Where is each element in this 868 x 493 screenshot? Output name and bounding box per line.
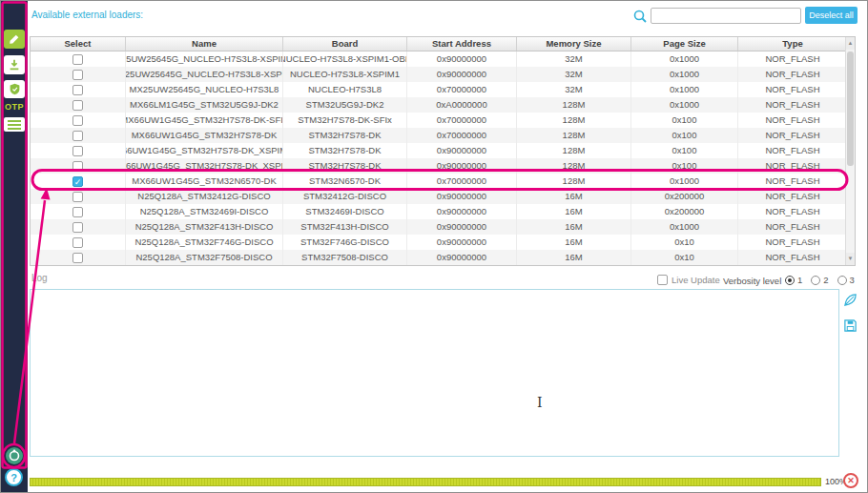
radio-button[interactable]: [837, 276, 847, 285]
table-row[interactable]: MX66UW1G45G_STM32H7S78-DK-SFIxSTM32H7S78…: [31, 113, 847, 128]
row-page-size: 0x100: [631, 128, 738, 143]
column-header-page-size[interactable]: Page Size: [631, 37, 738, 51]
radio-button[interactable]: [785, 276, 795, 285]
table-row[interactable]: N25Q128A_STM32F7508-DISCOSTM32F7508-DISC…: [31, 250, 847, 265]
row-memory-size: 16M: [517, 250, 631, 265]
table-row[interactable]: MX66LM1G45G_STM32U5G9J-DK2STM32U5G9J-DK2…: [31, 97, 847, 113]
row-type: NOR_FLASH: [738, 174, 847, 189]
row-page-size: 0x1000: [631, 219, 738, 235]
abort-button[interactable]: ✕: [843, 473, 858, 488]
row-page-size: 0x10: [631, 235, 738, 250]
table-row[interactable]: MX25UW25645G_NUCLEO-H7S3L8NUCLEO-H7S3L80…: [31, 82, 847, 97]
column-header-memory-size[interactable]: Memory Size: [517, 37, 631, 51]
table-row[interactable]: MX66UW1G45G_STM32H7S78-DK_XSPIM1STM32H7S…: [31, 158, 847, 174]
row-select-checkbox[interactable]: [72, 85, 83, 95]
radio-label: 1: [797, 275, 802, 285]
edit-pencil-icon[interactable]: [4, 30, 25, 49]
table-scrollbar[interactable]: ▲ ▼: [845, 37, 855, 265]
column-header-board[interactable]: Board: [283, 37, 407, 51]
table-row[interactable]: N25Q128A_STM32F746G-DISCOSTM32F746G-DISC…: [31, 235, 847, 250]
row-memory-size: 128M: [517, 174, 631, 189]
table-row[interactable]: MX25UW25645G_NUCLEO-H7S3L8-XSPIM1NUCLEO-…: [31, 67, 847, 82]
row-memory-size: 128M: [517, 128, 631, 143]
table-row[interactable]: MX25UW25645G_NUCLEO-H7S3L8-XSPIM1...NUCL…: [31, 51, 847, 67]
row-start-address: 0x70000000: [407, 174, 517, 189]
row-select-checkbox[interactable]: [72, 54, 83, 65]
row-select-checkbox[interactable]: [72, 131, 83, 141]
security-shield-icon[interactable]: [4, 80, 25, 98]
table-row[interactable]: N25Q128A_STM32412G-DISCOSTM32412G-DISCO0…: [31, 189, 847, 204]
row-type: NOR_FLASH: [738, 67, 847, 82]
row-name: N25Q128A_STM32412G-DISCO: [126, 189, 283, 204]
radio-button[interactable]: [811, 276, 820, 285]
row-select-checkbox[interactable]: [72, 207, 83, 217]
row-select-checkbox[interactable]: ✓: [72, 176, 83, 187]
row-select-checkbox[interactable]: [72, 161, 83, 172]
row-start-address: 0x90000000: [407, 143, 517, 158]
otp-label: OTP: [5, 102, 24, 112]
progress-bar: [30, 478, 821, 486]
row-start-address: 0x70000000: [407, 113, 517, 128]
row-name: MX66UW1G45G_STM32N6570-DK: [126, 174, 283, 189]
table-row[interactable]: ✓MX66UW1G45G_STM32N6570-DKSTM32N6570-DK0…: [31, 174, 847, 189]
verbosity-radio-1[interactable]: 1: [785, 275, 802, 285]
row-board: STM32N6570-DK: [283, 174, 407, 189]
column-header-type[interactable]: Type: [738, 37, 847, 51]
search-input[interactable]: [651, 8, 801, 24]
row-select-checkbox[interactable]: [72, 237, 83, 248]
column-header-start-address[interactable]: Start Address: [407, 37, 517, 51]
scroll-up-icon[interactable]: ▲: [846, 37, 855, 50]
row-memory-size: 16M: [517, 189, 631, 204]
external-loaders-icon: [4, 445, 25, 466]
row-select-checkbox[interactable]: [72, 222, 83, 233]
verbosity-radio-2[interactable]: 2: [811, 275, 828, 285]
table-row[interactable]: MX66UW1G45G_STM32H7S78-DKSTM32H7S78-DK0x…: [31, 128, 847, 143]
download-icon[interactable]: [4, 55, 25, 74]
row-name: N25Q128A_STM32F746G-DISCO: [126, 235, 283, 250]
row-start-address: 0x90000000: [407, 250, 517, 265]
row-name: MX25UW25645G_NUCLEO-H7S3L8: [126, 82, 283, 97]
log-output-area[interactable]: [30, 289, 839, 457]
row-page-size: 0x10: [631, 250, 738, 265]
otp-button[interactable]: OTP: [4, 100, 25, 113]
help-button[interactable]: ?: [5, 468, 23, 486]
row-board: STM32U5G9J-DK2: [283, 97, 407, 113]
save-log-icon[interactable]: [843, 318, 858, 333]
registers-icon[interactable]: [4, 117, 25, 132]
scroll-down-icon[interactable]: ▼: [846, 253, 855, 265]
table-row[interactable]: N25Q128A_STM32F413H-DISCOSTM32F413H-DISC…: [31, 219, 847, 235]
live-update-toggle[interactable]: Live Update: [657, 275, 720, 285]
column-header-name[interactable]: Name: [126, 37, 283, 51]
row-select-checkbox[interactable]: [72, 253, 83, 263]
loaders-table: SelectNameBoardStart AddressMemory SizeP…: [30, 36, 856, 266]
row-name: MX25UW25645G_NUCLEO-H7S3L8-XSPIM1...: [126, 51, 283, 67]
pencil-icon: [8, 32, 21, 46]
external-loaders-button[interactable]: [4, 445, 25, 466]
row-select-checkbox[interactable]: [72, 146, 83, 156]
deselect-all-button[interactable]: Deselect all: [805, 7, 858, 24]
row-page-size: 0x200000: [631, 204, 738, 219]
row-select-checkbox[interactable]: [72, 100, 83, 111]
row-type: NOR_FLASH: [738, 204, 847, 219]
table-body: MX25UW25645G_NUCLEO-H7S3L8-XSPIM1...NUCL…: [31, 51, 847, 265]
row-type: NOR_FLASH: [738, 97, 847, 113]
row-select-checkbox[interactable]: [72, 192, 83, 202]
live-update-checkbox[interactable]: [657, 275, 668, 285]
row-select-checkbox[interactable]: [72, 115, 83, 126]
row-name: N25Q128A_STM32F7508-DISCO: [126, 250, 283, 265]
row-type: NOR_FLASH: [738, 128, 847, 143]
scrollbar-thumb[interactable]: [847, 51, 854, 166]
row-memory-size: 16M: [517, 204, 631, 219]
row-name: N25Q128A_STM32F413H-DISCO: [126, 219, 283, 235]
row-name: MX66LM1G45G_STM32U5G9J-DK2: [126, 97, 283, 113]
row-board: STM32H7S78-DK: [283, 143, 407, 158]
row-memory-size: 32M: [517, 82, 631, 97]
table-row[interactable]: N25Q128A_STM32469I-DISCOSTM32469I-DISCO0…: [31, 204, 847, 219]
clear-log-icon[interactable]: [843, 293, 858, 307]
table-row[interactable]: MX66UW1G45G_STM32H7S78-DK_XSPIM1...STM32…: [31, 143, 847, 158]
live-update-label: Live Update: [672, 275, 720, 285]
row-board: STM32H7S78-DK-SFIx: [283, 113, 407, 128]
row-select-checkbox[interactable]: [72, 70, 83, 80]
column-header-select[interactable]: Select: [31, 37, 126, 51]
verbosity-radio-3[interactable]: 3: [837, 275, 855, 285]
